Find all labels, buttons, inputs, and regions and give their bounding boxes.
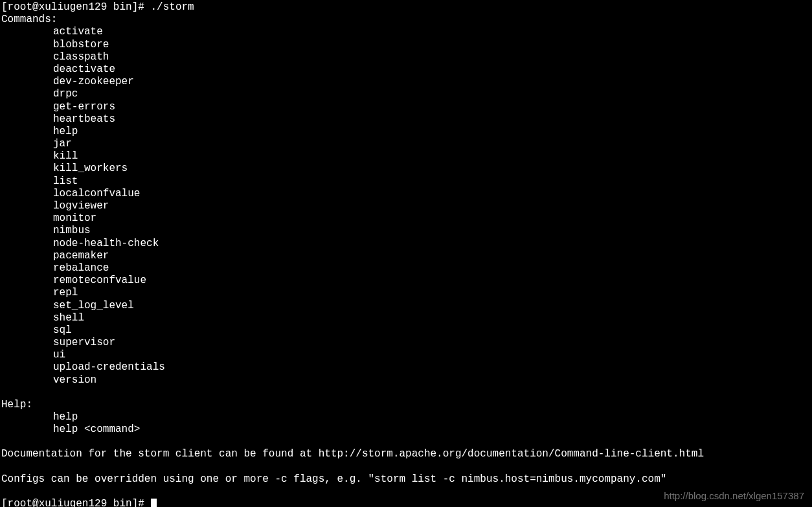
help-header: Help: bbox=[1, 399, 811, 411]
command-item: activate bbox=[1, 26, 811, 38]
blank-line bbox=[1, 436, 811, 448]
command-item: logviewer bbox=[1, 200, 811, 212]
cursor-icon bbox=[151, 499, 157, 507]
command-item: sql bbox=[1, 324, 811, 337]
command-item: remoteconfvalue bbox=[1, 275, 811, 287]
command-item: upload-credentials bbox=[1, 361, 811, 374]
help-list: helphelp <command> bbox=[1, 411, 811, 436]
command-item: list bbox=[1, 175, 811, 188]
config-line: Configs can be overridden using one or m… bbox=[1, 473, 811, 486]
blank-line bbox=[1, 387, 811, 399]
command-item: localconfvalue bbox=[1, 188, 811, 200]
prompt-line-1: [root@xuliugen129 bin]# ./storm bbox=[1, 1, 811, 14]
command-item: kill_workers bbox=[1, 163, 811, 175]
command-item: kill bbox=[1, 150, 811, 163]
help-item: help <command> bbox=[1, 423, 811, 436]
command-item: get-errors bbox=[1, 101, 811, 113]
command-item: drpc bbox=[1, 88, 811, 100]
command-item: ui bbox=[1, 349, 811, 361]
command-item: set_log_level bbox=[1, 300, 811, 312]
command-item: monitor bbox=[1, 212, 811, 225]
command-item: jar bbox=[1, 138, 811, 150]
command-item: node-health-check bbox=[1, 238, 811, 250]
command-item: pacemaker bbox=[1, 250, 811, 262]
command-item: version bbox=[1, 374, 811, 387]
command-input[interactable]: ./storm bbox=[151, 1, 194, 13]
command-item: nimbus bbox=[1, 225, 811, 237]
command-item: supervisor bbox=[1, 337, 811, 349]
command-item: heartbeats bbox=[1, 113, 811, 126]
command-item: shell bbox=[1, 312, 811, 324]
blank-line bbox=[1, 461, 811, 473]
help-item: help bbox=[1, 411, 811, 423]
commands-list: activateblobstoreclasspathdeactivatedev-… bbox=[1, 26, 811, 386]
commands-header: Commands: bbox=[1, 14, 811, 26]
command-item: dev-zookeeper bbox=[1, 76, 811, 88]
command-item: deactivate bbox=[1, 63, 811, 76]
command-item: classpath bbox=[1, 51, 811, 63]
watermark-text: http://blog.csdn.net/xlgen157387 bbox=[664, 490, 804, 502]
command-item: blobstore bbox=[1, 39, 811, 51]
documentation-line: Documentation for the storm client can b… bbox=[1, 448, 811, 460]
command-item: repl bbox=[1, 287, 811, 299]
command-item: help bbox=[1, 126, 811, 138]
command-item: rebalance bbox=[1, 262, 811, 275]
